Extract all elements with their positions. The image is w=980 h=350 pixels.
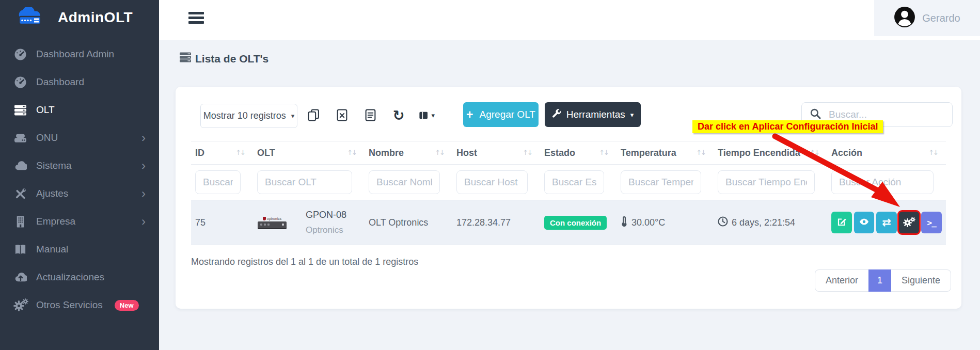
chevron-right-icon: › <box>141 132 146 144</box>
caret-down-icon: ▾ <box>431 112 435 119</box>
column-header-accion[interactable]: Acción↑↓ <box>827 141 946 165</box>
caret-down-icon: ▾ <box>291 112 295 120</box>
show-entries-select[interactable]: Mostrar 10 registros ▾ <box>200 104 297 128</box>
cloud-upload-icon <box>13 271 27 284</box>
user-menu[interactable]: Gerardo <box>874 0 980 36</box>
sidebar-item-ajustes[interactable]: Ajustes › <box>0 180 159 208</box>
sidebar-item-sistema[interactable]: Sistema › <box>0 152 159 180</box>
cell-tiempo-encendida: 6 days, 2:21:54 <box>714 200 827 245</box>
view-olt-button[interactable] <box>854 212 875 233</box>
clock-icon <box>718 216 728 229</box>
main-content: Lista de OLT's Mostrar 10 registros ▾ <box>159 40 980 350</box>
filter-estado-input[interactable] <box>544 170 604 194</box>
sort-icon: ↑↓ <box>810 149 819 156</box>
sidebar-item-empresa[interactable]: Empresa › <box>0 208 159 235</box>
sidebar-item-manual[interactable]: Manual <box>0 235 159 263</box>
add-olt-button[interactable]: + Agregar OLT <box>463 102 539 127</box>
cell-accion: ⇄ >_ <box>827 200 946 245</box>
olt-device-image: optronics <box>257 217 287 228</box>
column-header-olt[interactable]: OLT↑↓ <box>253 141 365 165</box>
column-header-temperatura[interactable]: Temperatura↑↓ <box>617 141 714 165</box>
tools-icon <box>13 187 27 201</box>
server-icon <box>180 52 191 66</box>
annotation-label: Dar click en Aplicar Configuración Inici… <box>692 120 883 133</box>
page-title: Lista de OLT's <box>180 52 268 66</box>
sort-icon: ↑↓ <box>235 149 245 156</box>
top-header: Gerardo <box>159 0 980 40</box>
terminal-icon: >_ <box>927 218 936 228</box>
column-header-id[interactable]: ID↑↓ <box>191 141 253 165</box>
edit-olt-button[interactable] <box>831 212 852 233</box>
user-name: Gerardo <box>922 12 960 24</box>
sidebar-item-dashboard[interactable]: Dashboard <box>0 68 159 96</box>
tools-dropdown-button[interactable]: Herramientas ▾ <box>545 102 641 127</box>
sidebar-item-otros-servicios[interactable]: Otros Servicios New <box>0 291 159 319</box>
column-header-nombre[interactable]: Nombre↑↓ <box>365 141 452 165</box>
gears-icon <box>13 298 27 312</box>
building-icon <box>13 215 27 229</box>
sidebar-item-label: Sistema <box>36 160 72 171</box>
copy-icon[interactable] <box>306 107 321 123</box>
sort-icon: ↑↓ <box>435 149 444 156</box>
excel-export-icon[interactable] <box>334 107 350 123</box>
pagination: Anterior 1 Siguiente <box>815 269 951 292</box>
export-toolbar: ↻ ▾ <box>306 103 435 128</box>
sidebar-item-label: Actualizaciones <box>36 272 104 283</box>
sidebar-item-label: Empresa <box>36 216 75 227</box>
server-icon <box>13 103 27 117</box>
thermometer-icon <box>621 216 628 230</box>
status-badge: Con conexión <box>544 216 607 230</box>
file-export-icon[interactable] <box>362 107 378 123</box>
hamburger-menu-icon[interactable] <box>188 12 204 26</box>
brand-name: AdminOLT <box>58 9 133 26</box>
column-header-host[interactable]: Host↑↓ <box>452 141 540 165</box>
sort-icon: ↑↓ <box>928 149 938 156</box>
terminal-button[interactable]: >_ <box>921 212 942 233</box>
chevron-right-icon: › <box>141 215 146 228</box>
cell-id: 75 <box>191 200 253 245</box>
sort-icon: ↑↓ <box>696 149 705 156</box>
filter-temperatura-input[interactable] <box>621 170 701 194</box>
sidebar-item-olt[interactable]: OLT <box>0 96 159 124</box>
search-input[interactable] <box>828 108 944 121</box>
column-header-tiempo-encendida[interactable]: Tiempo Encendida↑↓ <box>714 141 827 165</box>
brand-logo[interactable]: AdminOLT <box>0 0 159 33</box>
olt-brand: Optronics <box>306 223 346 238</box>
eye-icon <box>859 218 869 227</box>
filter-host-input[interactable] <box>456 170 528 194</box>
table-header-row: ID↑↓ OLT↑↓ Nombre↑↓ Host↑↓ Estado↑↓ Temp… <box>191 141 946 165</box>
pagination-previous-button[interactable]: Anterior <box>815 269 868 292</box>
sidebar-item-dashboard-admin[interactable]: Dashboard Admin <box>0 40 159 68</box>
filter-id-input[interactable] <box>195 170 241 194</box>
olt-list-card: Mostrar 10 registros ▾ ↻ ▾ <box>176 87 961 309</box>
exchange-arrows-icon: ⇄ <box>882 217 891 228</box>
plus-icon: + <box>466 109 473 121</box>
cell-host: 172.28.34.77 <box>452 200 540 245</box>
sidebar-item-label: Dashboard <box>36 76 84 88</box>
sidebar-item-label: Ajustes <box>36 188 68 199</box>
cell-temperatura: 30.00°C <box>617 200 714 245</box>
vendor-shield-logo <box>263 217 266 220</box>
sidebar-item-onu[interactable]: ONU › <box>0 124 159 152</box>
app-window: AdminOLT Dashboard Admin Dashboard OLT <box>0 0 980 350</box>
pagination-next-button[interactable]: Siguiente <box>891 269 951 292</box>
filter-olt-input[interactable] <box>257 170 352 194</box>
sidebar-item-label: OLT <box>36 104 55 116</box>
sort-icon: ↑↓ <box>347 149 356 156</box>
filter-nombre-input[interactable] <box>369 170 440 194</box>
pagination-page-1[interactable]: 1 <box>868 269 891 292</box>
gears-icon <box>903 217 915 228</box>
column-header-estado[interactable]: Estado↑↓ <box>540 141 617 165</box>
column-visibility-icon[interactable]: ▾ <box>419 107 435 123</box>
filter-tiempo-input[interactable] <box>718 170 815 194</box>
exchange-button[interactable]: ⇄ <box>876 212 897 233</box>
sidebar-item-label: Manual <box>36 244 68 255</box>
sidebar-item-label: Dashboard Admin <box>36 49 114 60</box>
refresh-icon[interactable]: ↻ <box>391 107 406 123</box>
filter-accion-input[interactable] <box>831 170 934 194</box>
apply-initial-config-button[interactable] <box>899 212 920 233</box>
sidebar-item-actualizaciones[interactable]: Actualizaciones <box>0 263 159 291</box>
avatar <box>894 6 915 30</box>
cloud-icon <box>13 159 27 173</box>
chevron-right-icon: › <box>141 187 146 200</box>
